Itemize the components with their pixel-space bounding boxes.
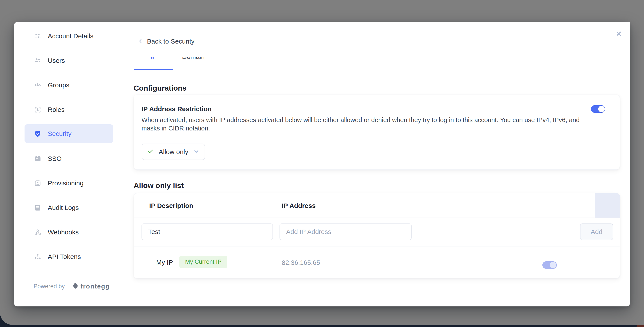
ip-description-input[interactable]: [142, 224, 273, 240]
my-current-ip-badge: My Current IP: [180, 256, 227, 268]
column-header-ip-address: IP Address: [282, 202, 316, 209]
close-button[interactable]: [615, 30, 622, 37]
api-tokens-icon: [34, 253, 42, 261]
content-header: Back to Security: [134, 22, 630, 57]
sidebar-item-label: API Tokens: [48, 253, 81, 261]
row-toggle[interactable]: [542, 261, 557, 269]
frontegg-logo-icon: [72, 282, 79, 290]
sidebar-item-audit-logs[interactable]: Audit Logs: [24, 198, 113, 217]
row-ip-address: 82.36.165.65: [282, 259, 320, 266]
back-label: Back to Security: [147, 38, 194, 45]
sidebar-item-label: Provisioning: [48, 179, 84, 187]
sidebar: Account Details Users Groups Roles: [14, 22, 134, 307]
ip-restriction-toggle[interactable]: [591, 105, 605, 113]
frontegg-brand: frontegg: [72, 282, 110, 290]
check-icon: [147, 148, 154, 156]
sidebar-item-label: Security: [48, 130, 72, 137]
x-close-icon: [615, 34, 622, 38]
roles-icon: [34, 106, 42, 113]
sidebar-item-label: Roles: [48, 106, 64, 113]
powered-by-label: Powered by: [34, 283, 65, 290]
page-background: Account Details Users Groups Roles: [0, 0, 644, 327]
restriction-mode-select[interactable]: Allow only: [142, 144, 205, 160]
chevron-left-icon: [138, 38, 144, 45]
add-button[interactable]: Add: [580, 224, 613, 240]
sidebar-item-webhooks[interactable]: Webhooks: [24, 223, 113, 241]
account-details-icon: [34, 32, 42, 40]
ip-restriction-description: When activated, users with IP addresses …: [142, 116, 582, 132]
audit-logs-icon: [34, 204, 42, 211]
sidebar-item-label: Account Details: [48, 32, 93, 40]
sidebar-item-label: Groups: [48, 81, 69, 89]
chevron-down-icon: [193, 148, 200, 155]
table-header-highlight: [595, 193, 620, 218]
configurations-title: Configurations: [134, 84, 187, 92]
row-description: My IP: [156, 259, 173, 266]
frontegg-brand-text: frontegg: [80, 283, 110, 290]
sidebar-item-label: Users: [48, 57, 65, 64]
sidebar-item-label: Audit Logs: [48, 204, 79, 211]
toggle-knob: [550, 262, 556, 268]
sidebar-item-label: Webhooks: [48, 229, 79, 236]
toggle-knob: [598, 106, 605, 112]
table-divider: [134, 246, 620, 247]
back-to-security-link[interactable]: Back to Security: [138, 38, 194, 45]
security-icon: [34, 130, 42, 137]
sidebar-item-groups[interactable]: Groups: [24, 76, 113, 94]
admin-portal-modal: Account Details Users Groups Roles: [14, 22, 630, 307]
column-header-ip-description: IP Description: [149, 202, 193, 209]
users-icon: [34, 57, 42, 64]
security-content: IP Domain Back to Security Configuration…: [134, 22, 630, 307]
sidebar-item-users[interactable]: Users: [24, 51, 113, 70]
allow-list-title: Allow only list: [134, 181, 184, 190]
sidebar-item-account-details[interactable]: Account Details: [24, 27, 113, 45]
sidebar-item-label: SSO: [48, 155, 62, 162]
restriction-mode-value: Allow only: [158, 148, 188, 156]
table-divider: [134, 218, 620, 218]
groups-icon: [34, 81, 42, 89]
powered-by: Powered by frontegg: [34, 282, 110, 290]
sidebar-item-roles[interactable]: Roles: [24, 100, 113, 119]
ip-restriction-title: IP Address Restriction: [142, 105, 212, 113]
tab-divider: [134, 70, 620, 70]
sidebar-item-api-tokens[interactable]: API Tokens: [24, 247, 113, 266]
sidebar-item-security[interactable]: Security: [24, 124, 113, 143]
webhooks-icon: [34, 229, 42, 236]
sidebar-item-sso[interactable]: SSO: [24, 149, 113, 168]
sso-icon: [34, 155, 42, 162]
page-bottom-strip: [0, 325, 644, 327]
allow-list-table: IP Description IP Address Add My IP My C…: [134, 193, 620, 278]
active-tab-indicator: [134, 69, 173, 70]
provisioning-icon: [34, 179, 42, 187]
ip-address-input[interactable]: [280, 224, 412, 240]
ip-restriction-card: IP Address Restriction When activated, u…: [134, 95, 620, 170]
sidebar-item-provisioning[interactable]: Provisioning: [24, 174, 113, 192]
